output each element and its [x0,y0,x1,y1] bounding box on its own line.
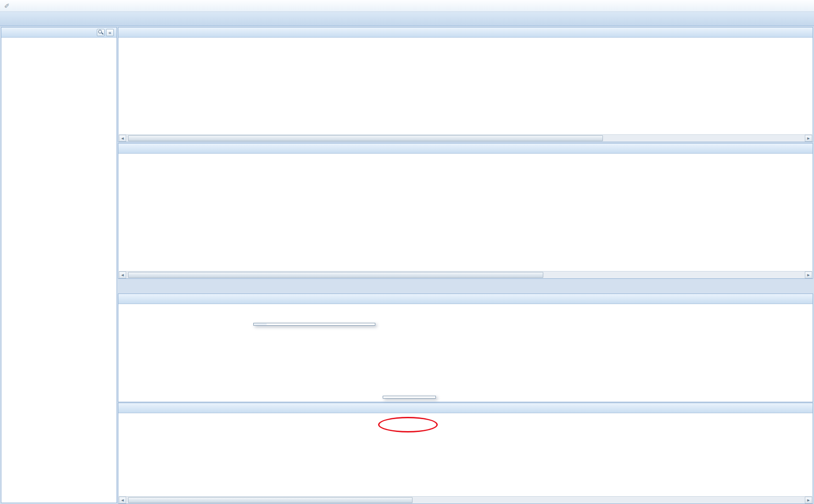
app-logo-icon [3,2,11,10]
workspace-tabbar [0,12,814,26]
stages-horizontal-scrollbar[interactable] [119,271,812,278]
scroll-left-icon[interactable] [119,497,126,504]
hierarchy-tree [1,38,117,42]
contracts-horizontal-scrollbar[interactable] [119,134,812,142]
price-structure-panel-header [118,294,813,304]
contracts-panel-header [118,28,813,38]
context-menu [253,323,375,326]
detail-tabs [118,280,813,293]
scroll-right-icon[interactable] [805,497,812,504]
scrollbar-thumb[interactable] [128,272,543,278]
calculation-horizontal-scrollbar[interactable] [119,496,812,504]
scroll-right-icon[interactable] [805,135,812,142]
price-structure-panel [118,294,813,402]
hierarchy-panel: « [1,27,117,503]
collapse-panel-icon[interactable]: « [106,29,114,36]
scrollbar-track[interactable] [126,271,805,278]
scrollbar-thumb[interactable] [128,135,603,141]
stages-panel-header [118,144,813,154]
scrollbar-track[interactable] [126,135,805,142]
stages-panel [118,143,813,279]
contracts-panel [118,27,813,142]
scrollbar-track[interactable] [126,497,805,504]
menubar [0,0,814,12]
scroll-left-icon[interactable] [119,135,126,142]
search-icon[interactable] [97,29,105,36]
calculation-panel-header [118,403,813,413]
scroll-left-icon[interactable] [119,271,126,278]
hierarchy-panel-header: « [1,28,117,38]
state-submenu [383,396,436,399]
scrollbar-thumb[interactable] [128,497,413,503]
scroll-right-icon[interactable] [805,271,812,278]
calculation-panel [118,403,813,504]
